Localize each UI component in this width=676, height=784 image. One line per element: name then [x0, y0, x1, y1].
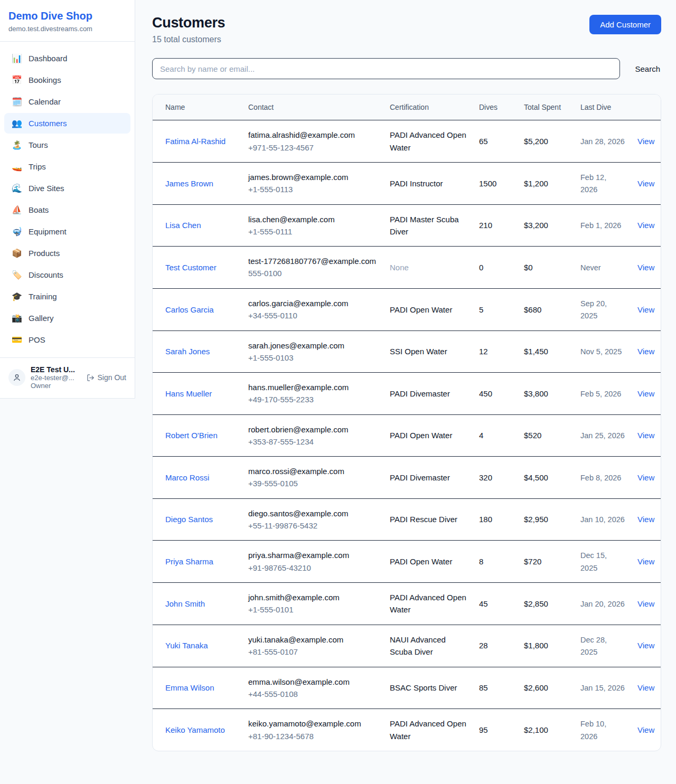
column-header-last-dive: Last Dive: [574, 95, 631, 120]
sidebar-header: Demo Dive Shop demo.test.divestreams.com: [0, 0, 135, 42]
sidebar-item-equipment[interactable]: 🤿 Equipment: [4, 221, 130, 242]
customer-email: fatima.alrashid@example.com: [248, 129, 377, 141]
column-header-actions: [631, 95, 661, 120]
view-link[interactable]: View: [637, 389, 654, 398]
search-input[interactable]: [152, 58, 620, 79]
view-link[interactable]: View: [637, 137, 654, 146]
customer-name-link[interactable]: Yuki Tanaka: [165, 641, 208, 650]
view-link[interactable]: View: [637, 263, 654, 272]
sidebar-item-calendar[interactable]: 🗓️ Calendar: [4, 91, 130, 112]
customer-name-link[interactable]: Lisa Chen: [165, 221, 201, 230]
customer-email: diego.santos@example.com: [248, 507, 377, 519]
customer-dives: 1500: [479, 179, 496, 188]
view-link[interactable]: View: [637, 347, 654, 356]
customer-total-spent: $0: [524, 263, 533, 272]
customer-dives: 45: [479, 599, 488, 608]
customer-last-dive: Feb 10, 2026: [580, 720, 606, 740]
customer-email: john.smith@example.com: [248, 591, 377, 603]
main-content: Customers 15 total customers Add Custome…: [135, 0, 676, 767]
avatar: [8, 369, 25, 386]
view-link[interactable]: View: [637, 683, 654, 692]
table-row: Priya Sharma priya.sharma@example.com +9…: [153, 541, 661, 583]
customer-name-link[interactable]: Fatima Al-Rashid: [165, 137, 226, 146]
table-row: Hans Mueller hans.mueller@example.com +4…: [153, 373, 661, 415]
sidebar-item-dashboard[interactable]: 📊 Dashboard: [4, 48, 130, 69]
column-header-dives: Dives: [473, 95, 518, 120]
customer-name-link[interactable]: James Brown: [165, 179, 213, 188]
user-name: E2E Test U...: [31, 365, 81, 374]
customer-certification: PADI Advanced Open Water: [390, 130, 466, 152]
products-icon: 📦: [12, 248, 22, 258]
customer-name-link[interactable]: Test Customer: [165, 263, 217, 272]
customer-dives: 450: [479, 389, 492, 398]
customer-dives: 85: [479, 683, 488, 692]
customer-last-dive: Nov 5, 2025: [580, 347, 622, 356]
view-link[interactable]: View: [637, 725, 654, 734]
view-link[interactable]: View: [637, 473, 654, 482]
table-row: Marco Rossi marco.rossi@example.com +39-…: [153, 457, 661, 499]
sidebar-user-section: E2E Test U... e2e-tester@... Owner Sign …: [0, 357, 135, 398]
sidebar-item-dive-sites[interactable]: 🌊 Dive Sites: [4, 178, 130, 199]
customer-last-dive: Dec 28, 2025: [580, 636, 607, 656]
customer-name-link[interactable]: Emma Wilson: [165, 683, 214, 692]
customer-name-link[interactable]: Keiko Yamamoto: [165, 725, 225, 734]
sidebar-item-bookings[interactable]: 📅 Bookings: [4, 70, 130, 90]
customer-dives: 4: [479, 431, 483, 440]
customer-name-link[interactable]: Hans Mueller: [165, 389, 212, 398]
customer-name-link[interactable]: Priya Sharma: [165, 557, 213, 566]
customer-name-link[interactable]: Sarah Jones: [165, 347, 210, 356]
customer-last-dive: Jan 28, 2026: [580, 137, 625, 146]
view-link[interactable]: View: [637, 599, 654, 608]
view-link[interactable]: View: [637, 305, 654, 314]
customer-total-spent: $680: [524, 305, 541, 314]
customer-certification: PADI Master Scuba Diver: [390, 215, 459, 236]
add-customer-button[interactable]: Add Customer: [589, 15, 661, 34]
customer-name-link[interactable]: Carlos Garcia: [165, 305, 214, 314]
table-row: Diego Santos diego.santos@example.com +5…: [153, 498, 661, 541]
view-link[interactable]: View: [637, 557, 654, 566]
sidebar-item-products[interactable]: 📦 Products: [4, 243, 130, 263]
customer-phone: +91-98765-43210: [248, 562, 377, 574]
view-link[interactable]: View: [637, 641, 654, 650]
customer-total-spent: $1,800: [524, 641, 548, 650]
sidebar-item-trips[interactable]: 🚤 Trips: [4, 156, 130, 177]
customer-certification: PADI Advanced Open Water: [390, 593, 466, 614]
sidebar-item-tours[interactable]: 🏝️ Tours: [4, 135, 130, 155]
table-row: Robert O'Brien robert.obrien@example.com…: [153, 414, 661, 457]
customer-phone: +39-555-0105: [248, 477, 377, 489]
sidebar-item-customers[interactable]: 👥 Customers: [4, 113, 130, 134]
sign-out-button[interactable]: Sign Out: [87, 373, 126, 382]
customer-name-link[interactable]: John Smith: [165, 599, 205, 608]
customer-certification: PADI Open Water: [390, 431, 452, 440]
sidebar-item-discounts[interactable]: 🏷️ Discounts: [4, 265, 130, 285]
view-link[interactable]: View: [637, 221, 654, 230]
customer-name-link[interactable]: Marco Rossi: [165, 473, 209, 482]
customer-name-link[interactable]: Robert O'Brien: [165, 431, 218, 440]
customer-email: james.brown@example.com: [248, 171, 377, 183]
view-link[interactable]: View: [637, 515, 654, 524]
view-link[interactable]: View: [637, 179, 654, 188]
table-row: John Smith john.smith@example.com +1-555…: [153, 583, 661, 625]
app-root: Demo Dive Shop demo.test.divestreams.com…: [0, 0, 676, 767]
sidebar-item-pos[interactable]: 💳 POS: [4, 329, 130, 350]
customer-phone: +971-55-123-4567: [248, 141, 377, 154]
search-button[interactable]: Search: [634, 60, 661, 78]
customer-name-link[interactable]: Diego Santos: [165, 515, 213, 524]
customer-email: robert.obrien@example.com: [248, 423, 377, 436]
customer-email: test-1772681807767@example.com: [248, 255, 377, 267]
table-row: Carlos Garcia carlos.garcia@example.com …: [153, 288, 661, 330]
customer-total-spent: $3,800: [524, 389, 548, 398]
customer-certification: SSI Open Water: [390, 347, 447, 356]
sidebar-item-training[interactable]: 🎓 Training: [4, 286, 130, 307]
view-link[interactable]: View: [637, 431, 654, 440]
table-row: Keiko Yamamoto keiko.yamamoto@example.co…: [153, 709, 661, 751]
table-row: James Brown james.brown@example.com +1-5…: [153, 162, 661, 204]
user-email: e2e-tester@...: [31, 374, 81, 382]
customer-phone: +49-170-555-2233: [248, 393, 377, 405]
customer-total-spent: $1,200: [524, 179, 548, 188]
sidebar-item-gallery[interactable]: 📸 Gallery: [4, 308, 130, 328]
customer-certification: PADI Open Water: [390, 557, 452, 566]
customer-certification: PADI Divemaster: [390, 473, 450, 482]
customer-total-spent: $2,600: [524, 683, 548, 692]
sidebar-item-boats[interactable]: ⛵ Boats: [4, 200, 130, 220]
